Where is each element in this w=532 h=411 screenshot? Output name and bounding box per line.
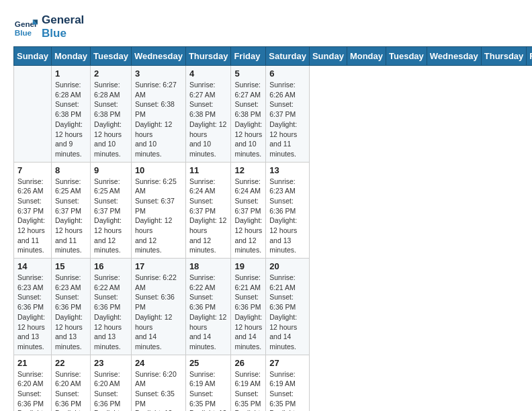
calendar-cell: 2Sunrise: 6:28 AMSunset: 6:38 PMDaylight…: [91, 66, 132, 163]
day-number: 14: [17, 261, 48, 271]
calendar-cell: 20Sunrise: 6:21 AMSunset: 6:36 PMDayligh…: [266, 259, 310, 355]
day-number: 16: [94, 261, 128, 271]
day-number: 24: [135, 358, 182, 368]
calendar-cell: 7Sunrise: 6:26 AMSunset: 6:37 PMDaylight…: [14, 162, 52, 259]
calendar-cell: 10Sunrise: 6:25 AMSunset: 6:37 PMDayligh…: [131, 162, 185, 259]
day-number: 23: [94, 358, 128, 368]
day-number: 6: [269, 68, 306, 79]
day-number: 13: [269, 165, 306, 175]
calendar-cell: 11Sunrise: 6:24 AMSunset: 6:37 PMDayligh…: [185, 162, 231, 259]
day-number: 26: [234, 358, 262, 368]
calendar-cell: 5Sunrise: 6:27 AMSunset: 6:38 PMDaylight…: [231, 66, 266, 163]
day-number: 11: [189, 165, 228, 175]
day-number: 1: [55, 68, 87, 79]
calendar-cell: 25Sunrise: 6:19 AMSunset: 6:35 PMDayligh…: [185, 355, 231, 411]
calendar-cell: 24Sunrise: 6:20 AMSunset: 6:35 PMDayligh…: [131, 355, 185, 411]
day-info: Sunrise: 6:21 AMSunset: 6:36 PMDaylight:…: [234, 273, 262, 352]
header-saturday: Saturday: [266, 47, 310, 66]
day-info: Sunrise: 6:20 AMSunset: 6:36 PMDaylight:…: [55, 369, 87, 411]
calendar-cell: 1Sunrise: 6:28 AMSunset: 6:38 PMDaylight…: [51, 66, 90, 163]
day-info: Sunrise: 6:24 AMSunset: 6:37 PMDaylight:…: [234, 177, 262, 256]
header-wednesday: Wednesday: [427, 47, 481, 66]
calendar-cell: 6Sunrise: 6:26 AMSunset: 6:37 PMDaylight…: [266, 66, 310, 163]
calendar-week-1: 1Sunrise: 6:28 AMSunset: 6:38 PMDaylight…: [14, 66, 533, 163]
day-info: Sunrise: 6:20 AMSunset: 6:36 PMDaylight:…: [94, 369, 128, 411]
header-monday: Monday: [51, 47, 90, 66]
calendar-week-3: 14Sunrise: 6:23 AMSunset: 6:36 PMDayligh…: [14, 259, 533, 355]
day-number: 21: [17, 358, 48, 368]
day-info: Sunrise: 6:19 AMSunset: 6:35 PMDaylight:…: [269, 369, 306, 411]
day-info: Sunrise: 6:23 AMSunset: 6:36 PMDaylight:…: [55, 273, 87, 352]
day-info: Sunrise: 6:20 AMSunset: 6:35 PMDaylight:…: [135, 369, 182, 411]
calendar-cell: 27Sunrise: 6:19 AMSunset: 6:35 PMDayligh…: [266, 355, 310, 411]
day-info: Sunrise: 6:22 AMSunset: 6:36 PMDaylight:…: [189, 273, 228, 352]
day-number: 25: [189, 358, 228, 368]
day-number: 20: [269, 261, 306, 271]
header-thursday: Thursday: [481, 47, 527, 66]
day-info: Sunrise: 6:23 AMSunset: 6:36 PMDaylight:…: [269, 177, 306, 256]
page-header: General Blue General Blue: [13, 13, 519, 40]
day-number: 17: [135, 261, 182, 271]
header-tuesday: Tuesday: [386, 47, 427, 66]
day-number: 19: [234, 261, 262, 271]
logo: General Blue General Blue: [13, 13, 84, 40]
day-info: Sunrise: 6:22 AMSunset: 6:36 PMDaylight:…: [94, 273, 128, 352]
day-number: 3: [135, 68, 182, 79]
header-sunday: Sunday: [309, 47, 347, 66]
calendar-cell: [14, 66, 52, 163]
calendar-cell: 19Sunrise: 6:21 AMSunset: 6:36 PMDayligh…: [231, 259, 266, 355]
calendar-cell: 14Sunrise: 6:23 AMSunset: 6:36 PMDayligh…: [14, 259, 52, 355]
calendar-cell: 12Sunrise: 6:24 AMSunset: 6:37 PMDayligh…: [231, 162, 266, 259]
day-number: 7: [17, 165, 48, 175]
calendar-table: SundayMondayTuesdayWednesdayThursdayFrid…: [13, 46, 532, 411]
calendar-cell: 26Sunrise: 6:19 AMSunset: 6:35 PMDayligh…: [231, 355, 266, 411]
calendar-cell: 22Sunrise: 6:20 AMSunset: 6:36 PMDayligh…: [51, 355, 90, 411]
day-info: Sunrise: 6:27 AMSunset: 6:38 PMDaylight:…: [189, 80, 228, 159]
logo-general: General: [42, 13, 84, 27]
day-number: 9: [94, 165, 128, 175]
day-info: Sunrise: 6:27 AMSunset: 6:38 PMDaylight:…: [135, 80, 182, 159]
day-number: 5: [234, 68, 262, 79]
header-thursday: Thursday: [185, 47, 231, 66]
day-number: 10: [135, 165, 182, 175]
day-info: Sunrise: 6:28 AMSunset: 6:38 PMDaylight:…: [94, 80, 128, 159]
day-info: Sunrise: 6:28 AMSunset: 6:38 PMDaylight:…: [55, 80, 87, 159]
day-info: Sunrise: 6:26 AMSunset: 6:37 PMDaylight:…: [17, 177, 48, 256]
header-sunday: Sunday: [14, 47, 52, 66]
header-tuesday: Tuesday: [91, 47, 132, 66]
header-wednesday: Wednesday: [131, 47, 185, 66]
calendar-cell: 3Sunrise: 6:27 AMSunset: 6:38 PMDaylight…: [131, 66, 185, 163]
day-info: Sunrise: 6:25 AMSunset: 6:37 PMDaylight:…: [55, 177, 87, 256]
calendar-cell: 23Sunrise: 6:20 AMSunset: 6:36 PMDayligh…: [91, 355, 132, 411]
day-number: 4: [189, 68, 228, 79]
day-info: Sunrise: 6:23 AMSunset: 6:36 PMDaylight:…: [17, 273, 48, 352]
day-info: Sunrise: 6:24 AMSunset: 6:37 PMDaylight:…: [189, 177, 228, 256]
day-number: 18: [189, 261, 228, 271]
calendar-cell: 21Sunrise: 6:20 AMSunset: 6:36 PMDayligh…: [14, 355, 52, 411]
day-info: Sunrise: 6:19 AMSunset: 6:35 PMDaylight:…: [189, 369, 228, 411]
calendar-cell: 17Sunrise: 6:22 AMSunset: 6:36 PMDayligh…: [131, 259, 185, 355]
logo-blue: Blue: [42, 27, 84, 40]
calendar-cell: 9Sunrise: 6:25 AMSunset: 6:37 PMDaylight…: [91, 162, 132, 259]
day-info: Sunrise: 6:21 AMSunset: 6:36 PMDaylight:…: [269, 273, 306, 352]
day-info: Sunrise: 6:22 AMSunset: 6:36 PMDaylight:…: [135, 273, 182, 352]
day-number: 2: [94, 68, 128, 79]
calendar-cell: 8Sunrise: 6:25 AMSunset: 6:37 PMDaylight…: [51, 162, 90, 259]
calendar-header-row: SundayMondayTuesdayWednesdayThursdayFrid…: [14, 47, 533, 66]
calendar-week-2: 7Sunrise: 6:26 AMSunset: 6:37 PMDaylight…: [14, 162, 533, 259]
calendar-cell: 13Sunrise: 6:23 AMSunset: 6:36 PMDayligh…: [266, 162, 310, 259]
day-number: 12: [234, 165, 262, 175]
day-number: 8: [55, 165, 87, 175]
header-friday: Friday: [527, 47, 532, 66]
day-info: Sunrise: 6:26 AMSunset: 6:37 PMDaylight:…: [269, 80, 306, 159]
header-monday: Monday: [347, 47, 386, 66]
calendar-cell: 4Sunrise: 6:27 AMSunset: 6:38 PMDaylight…: [185, 66, 231, 163]
day-info: Sunrise: 6:25 AMSunset: 6:37 PMDaylight:…: [135, 177, 182, 256]
calendar-week-4: 21Sunrise: 6:20 AMSunset: 6:36 PMDayligh…: [14, 355, 533, 411]
logo-icon: General Blue: [13, 15, 38, 39]
day-info: Sunrise: 6:25 AMSunset: 6:37 PMDaylight:…: [94, 177, 128, 256]
calendar-cell: 18Sunrise: 6:22 AMSunset: 6:36 PMDayligh…: [185, 259, 231, 355]
day-number: 22: [55, 358, 87, 368]
day-info: Sunrise: 6:27 AMSunset: 6:38 PMDaylight:…: [234, 80, 262, 159]
calendar-cell: 16Sunrise: 6:22 AMSunset: 6:36 PMDayligh…: [91, 259, 132, 355]
